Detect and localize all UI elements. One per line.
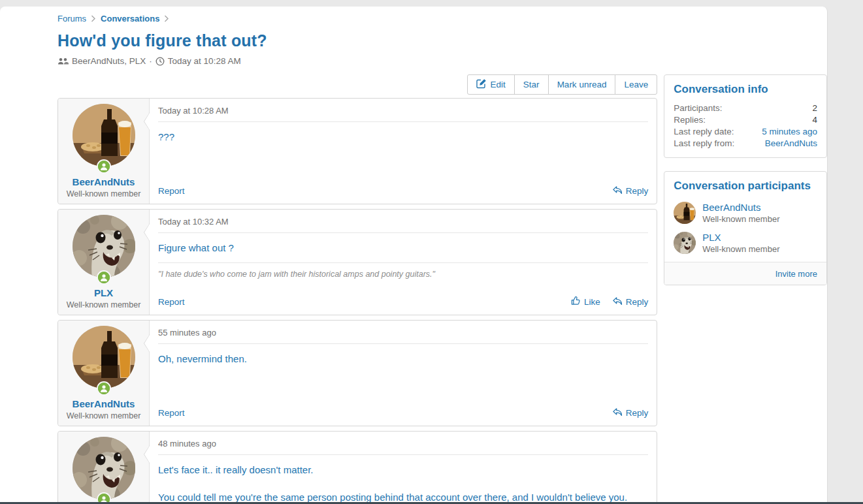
- divider: [158, 343, 648, 344]
- message: BeerAndNuts Well-known member 55 minutes…: [57, 320, 657, 426]
- reply-link-label: Reply: [626, 297, 649, 307]
- message-list: BeerAndNuts Well-known member Today at 1…: [57, 98, 657, 504]
- message-content: 48 minutes ago Let's face it.. it really…: [150, 432, 657, 504]
- divider: [158, 121, 648, 122]
- online-status-icon: [97, 381, 111, 396]
- info-value: 4: [812, 114, 817, 126]
- message-author-role: Well-known member: [58, 411, 149, 420]
- message-body: Oh, nevermind then.: [158, 353, 648, 366]
- message: PLX Well-known member 48 minutes ago Let…: [57, 431, 657, 504]
- mark-unread-button-label: Mark unread: [557, 80, 607, 89]
- conversation-info-rows: Participants: 2 Replies: 4 Last reply da…: [664, 101, 826, 157]
- star-button[interactable]: Star: [514, 74, 549, 95]
- leave-button-label: Leave: [624, 80, 648, 89]
- edit-button-label: Edit: [491, 80, 506, 89]
- info-value: BeerAndNuts: [765, 138, 817, 150]
- breadcrumb-forums[interactable]: Forums: [57, 14, 86, 24]
- message-timestamp[interactable]: Today at 10:32 AM: [158, 217, 648, 227]
- avatar[interactable]: [674, 202, 696, 224]
- divider: [158, 262, 648, 263]
- participants-panel: Conversation participants BeerAndNuts We…: [664, 171, 827, 285]
- conversation-info-title: Conversation info: [664, 75, 826, 101]
- info-value: 2: [812, 102, 817, 114]
- clock-icon: [155, 57, 165, 66]
- breadcrumb: Forums Conversations: [57, 14, 827, 24]
- info-row: Last reply from: BeerAndNuts: [674, 138, 817, 150]
- info-row: Replies: 4: [674, 114, 817, 126]
- message-timestamp[interactable]: Today at 10:28 AM: [158, 106, 648, 116]
- message-author-role: Well-known member: [58, 189, 149, 198]
- participant-name[interactable]: PLX: [702, 232, 779, 243]
- message-user-cell: BeerAndNuts Well-known member: [58, 99, 150, 204]
- avatar[interactable]: [674, 232, 696, 254]
- message-author[interactable]: BeerAndNuts: [58, 398, 149, 409]
- reply-link-label: Reply: [626, 408, 649, 418]
- report-link[interactable]: Report: [158, 297, 185, 307]
- breadcrumb-conversations[interactable]: Conversations: [101, 14, 159, 24]
- leave-button[interactable]: Leave: [615, 74, 657, 95]
- avatar[interactable]: [73, 437, 135, 499]
- info-label: Participants:: [674, 102, 722, 114]
- message-user-cell: PLX Well-known member: [58, 432, 150, 504]
- info-label: Replies:: [674, 114, 706, 126]
- participant-row: BeerAndNuts Well-known member: [664, 198, 826, 228]
- mark-unread-button[interactable]: Mark unread: [548, 74, 616, 95]
- thumbs-up-icon: [571, 296, 581, 307]
- divider: [158, 232, 648, 233]
- reply-link[interactable]: Reply: [612, 296, 649, 307]
- message-content: Today at 10:28 AM ??? Report Reply: [150, 99, 657, 204]
- message-body: ???: [158, 131, 648, 144]
- reply-link[interactable]: Reply: [612, 185, 649, 197]
- avatar[interactable]: [73, 104, 135, 166]
- reply-arrow-icon: [612, 185, 623, 197]
- message-timestamp[interactable]: 55 minutes ago: [158, 328, 648, 338]
- thread-participants: BeerAndNuts, PLX: [72, 56, 146, 66]
- report-link[interactable]: Report: [158, 408, 185, 418]
- message-timestamp[interactable]: 48 minutes ago: [158, 439, 648, 449]
- participant-role: Well-known member: [702, 244, 779, 254]
- report-link[interactable]: Report: [158, 186, 185, 196]
- info-value: 5 minutes ago: [762, 126, 817, 138]
- reply-link[interactable]: Reply: [612, 407, 649, 418]
- message-paragraph: Oh, nevermind then.: [158, 353, 648, 366]
- message-author[interactable]: BeerAndNuts: [58, 176, 149, 187]
- message-actions: Report Reply: [158, 185, 648, 197]
- star-button-label: Star: [523, 80, 540, 89]
- message-actions: Report Reply: [158, 407, 648, 418]
- message-author[interactable]: PLX: [58, 287, 149, 298]
- page-container: Forums Conversations How'd you figure th…: [0, 7, 828, 504]
- reply-link-label: Reply: [626, 186, 649, 196]
- message-actions: Report Like Reply: [158, 296, 648, 307]
- invite-more-link[interactable]: Invite more: [775, 269, 817, 279]
- message-paragraph: ???: [158, 131, 648, 144]
- message: BeerAndNuts Well-known member Today at 1…: [57, 98, 657, 204]
- message-user-cell: BeerAndNuts Well-known member: [58, 321, 150, 426]
- message-user-cell: PLX Well-known member: [58, 210, 150, 315]
- meta-separator: ·: [149, 56, 152, 66]
- info-row: Last reply date: 5 minutes ago: [674, 126, 817, 138]
- avatar[interactable]: [73, 326, 135, 388]
- info-row: Participants: 2: [674, 102, 817, 114]
- divider: [158, 454, 648, 455]
- info-label: Last reply from:: [674, 138, 734, 150]
- chevron-right-icon: [164, 15, 169, 22]
- message-content: 55 minutes ago Oh, nevermind then. Repor…: [150, 321, 657, 426]
- thread-toolbar: Edit Star Mark unread Leave: [57, 74, 657, 95]
- message-body: Let's face it.. it really doesn't matter…: [158, 464, 648, 504]
- page-title: How'd you figure that out?: [57, 31, 827, 50]
- like-link[interactable]: Like: [571, 296, 600, 307]
- edit-button[interactable]: Edit: [467, 74, 515, 95]
- conversation-info-panel: Conversation info Participants: 2 Replie…: [664, 74, 827, 158]
- message-body: Figure what out ?: [158, 242, 648, 255]
- participant-name[interactable]: BeerAndNuts: [702, 202, 779, 213]
- signature-text: "I hate dude's who come to jam with thei…: [158, 270, 648, 279]
- chevron-right-icon: [91, 15, 96, 22]
- info-label: Last reply date:: [674, 126, 734, 138]
- avatar[interactable]: [73, 215, 135, 277]
- message-paragraph: Let's face it.. it really doesn't matter…: [158, 464, 648, 477]
- like-link-label: Like: [584, 297, 600, 307]
- online-status-icon: [97, 159, 111, 174]
- sidebar: Conversation info Participants: 2 Replie…: [664, 74, 827, 298]
- participants-list: BeerAndNuts Well-known member PLX Well-k…: [664, 198, 826, 262]
- participant-role: Well-known member: [702, 214, 779, 224]
